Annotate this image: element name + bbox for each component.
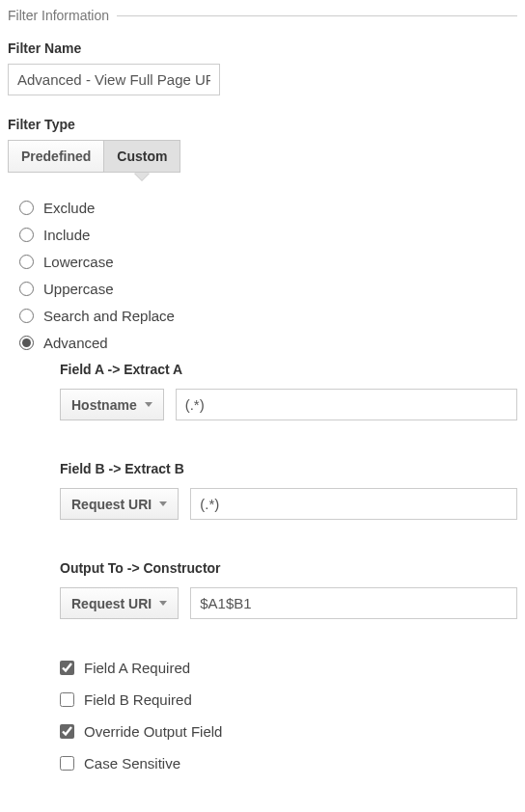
radio-exclude-label: Exclude: [43, 200, 95, 216]
radio-uppercase[interactable]: Uppercase: [19, 281, 517, 297]
advanced-checks: Field A Required Field B Required Overri…: [60, 660, 517, 771]
tab-custom[interactable]: Custom: [103, 141, 180, 172]
check-case-sensitive[interactable]: Case Sensitive: [60, 755, 517, 771]
field-b-select-value: Request URI: [71, 497, 152, 512]
output-row: Request URI: [60, 587, 517, 619]
tab-predefined[interactable]: Predefined: [9, 141, 103, 172]
radio-search-replace-label: Search and Replace: [43, 308, 175, 324]
check-override-output[interactable]: Override Output Field: [60, 723, 517, 740]
output-pattern-input[interactable]: [190, 587, 517, 619]
radio-include-label: Include: [43, 227, 90, 243]
check-override-output-input[interactable]: [60, 724, 74, 739]
radio-uppercase-label: Uppercase: [43, 281, 114, 297]
check-field-a-required-label: Field A Required: [84, 660, 190, 676]
radio-lowercase[interactable]: Lowercase: [19, 254, 517, 270]
field-b-select[interactable]: Request URI: [60, 488, 179, 520]
filter-name-label: Filter Name: [8, 41, 517, 56]
output-label: Output To -> Constructor: [60, 560, 517, 576]
section-title: Filter Information: [8, 8, 117, 23]
output-select-value: Request URI: [71, 596, 152, 611]
chevron-down-icon: [159, 501, 167, 506]
field-b-pattern-input[interactable]: [190, 488, 517, 520]
radio-exclude[interactable]: Exclude: [19, 200, 517, 216]
field-a-select-value: Hostname: [71, 397, 137, 413]
check-field-b-required-label: Field B Required: [84, 691, 192, 708]
radio-uppercase-input[interactable]: [19, 282, 34, 296]
tab-active-notch-icon: [134, 173, 150, 180]
radio-advanced-input[interactable]: [19, 336, 34, 350]
radio-include[interactable]: Include: [19, 227, 517, 243]
field-a-row: Hostname: [60, 389, 517, 420]
check-field-b-required-input[interactable]: [60, 692, 74, 707]
check-field-a-required[interactable]: Field A Required: [60, 660, 517, 676]
filter-type-toggle: Predefined Custom: [8, 140, 180, 173]
chevron-down-icon: [145, 402, 152, 407]
field-b-label: Field B -> Extract B: [60, 461, 517, 476]
radio-include-input[interactable]: [19, 228, 34, 242]
radio-exclude-input[interactable]: [19, 201, 34, 215]
filter-name-input[interactable]: [8, 64, 220, 95]
radio-search-replace[interactable]: Search and Replace: [19, 308, 517, 324]
advanced-config: Field A -> Extract A Hostname Field B ->…: [19, 362, 517, 771]
filter-name-field: Filter Name: [8, 41, 517, 95]
field-b-row: Request URI: [60, 488, 517, 520]
filter-type-label: Filter Type: [8, 117, 517, 132]
field-a-label: Field A -> Extract A: [60, 362, 517, 377]
check-override-output-label: Override Output Field: [84, 723, 222, 740]
check-field-a-required-input[interactable]: [60, 661, 74, 675]
divider-line: [117, 15, 517, 16]
filter-type-field: Filter Type Predefined Custom Exclude In…: [8, 117, 517, 771]
check-field-b-required[interactable]: Field B Required: [60, 691, 517, 708]
radio-advanced-label: Advanced: [43, 335, 108, 351]
radio-lowercase-label: Lowercase: [43, 254, 114, 270]
section-header: Filter Information: [8, 8, 517, 23]
radio-search-replace-input[interactable]: [19, 309, 34, 323]
field-a-pattern-input[interactable]: [176, 389, 517, 420]
output-select[interactable]: Request URI: [60, 587, 179, 619]
chevron-down-icon: [159, 601, 167, 606]
field-a-select[interactable]: Hostname: [60, 389, 164, 420]
radio-lowercase-input[interactable]: [19, 255, 34, 269]
tab-custom-label: Custom: [117, 149, 167, 164]
check-case-sensitive-label: Case Sensitive: [84, 755, 180, 771]
radio-advanced[interactable]: Advanced: [19, 335, 517, 351]
filter-type-radio-list: Exclude Include Lowercase Uppercase Sear…: [8, 200, 517, 771]
check-case-sensitive-input[interactable]: [60, 756, 74, 771]
